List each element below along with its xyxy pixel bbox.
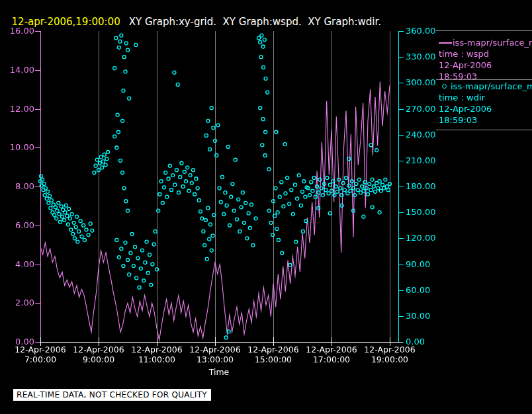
time-tick-label: 12-Apr-200611:00:00 <box>125 345 189 364</box>
legend-field-label: time : wdir <box>439 92 532 103</box>
time-tick-label: 12-Apr-200613:00:00 <box>183 345 247 364</box>
legend-date: 12-Apr-2006 <box>439 60 532 71</box>
legend-field-label: time : wspd <box>439 48 532 60</box>
legend-source-row: iss-mapr/surface_m <box>439 81 532 92</box>
legend-divider <box>436 79 532 80</box>
wspd-tick-label: 16.00 <box>0 26 34 36</box>
wdir-circle-sample-icon <box>442 84 447 89</box>
legend-date: 12-Apr-2006 <box>439 103 532 114</box>
wspd-tick-label: 8.00 <box>0 181 34 192</box>
time-axis-title: Time <box>199 367 239 377</box>
wdir-tick-label: 240.00 <box>406 130 445 140</box>
legend-entry-wdir: iss-mapr/surface_m time : wdir 12-Apr-20… <box>439 81 532 126</box>
wdir-tick-label: 120.00 <box>406 233 445 243</box>
quality-banner-text: REAL-TIME DATA, NOT CHECKED FOR QUALITY <box>17 390 207 399</box>
wspd-tick-label: 4.00 <box>0 259 34 270</box>
legend-source: iss-mapr/surface_m <box>453 38 532 48</box>
time-tick-label: 12-Apr-200619:00:00 <box>358 345 421 364</box>
wdir-tick-label: 210.00 <box>406 155 445 166</box>
legend-divider <box>436 130 532 130</box>
time-tick-label: 12-Apr-200617:00:00 <box>300 345 363 364</box>
wspd-tick-label: 10.00 <box>0 142 34 153</box>
time-tick-label: 12-Apr-200615:00:00 <box>242 345 305 364</box>
wdir-tick-label: 180.00 <box>406 181 445 192</box>
legend-entry-wspd: iss-mapr/surface_m time : wspd 12-Apr-20… <box>439 37 532 82</box>
quality-banner: REAL-TIME DATA, NOT CHECKED FOR QUALITY <box>13 389 211 401</box>
legend-source-row: iss-mapr/surface_m <box>439 37 532 48</box>
time-tick-label: 12-Apr-20069:00:00 <box>67 345 130 364</box>
legend-divider <box>436 30 532 31</box>
wspd-tick-label: 6.00 <box>0 220 34 231</box>
wdir-tick-label: 30.00 <box>406 311 445 321</box>
wspd-tick-label: 12.00 <box>0 104 34 114</box>
wspd-tick-label: 2.00 <box>0 298 34 308</box>
wdir-tick-label: 150.00 <box>406 207 445 218</box>
wspd-line-sample-icon <box>439 42 452 44</box>
wdir-tick-label: 60.00 <box>406 285 445 296</box>
wdir-tick-label: 90.00 <box>406 259 445 270</box>
time-tick-label: 12-Apr-20067:00:00 <box>9 345 72 364</box>
legend-source: iss-mapr/surface_m <box>451 81 532 91</box>
wspd-tick-label: 14.00 <box>0 65 34 75</box>
legend: iss-mapr/surface_m time : wspd 12-Apr-20… <box>436 30 532 131</box>
legend-timestamp: 18:59:03 <box>439 114 532 126</box>
